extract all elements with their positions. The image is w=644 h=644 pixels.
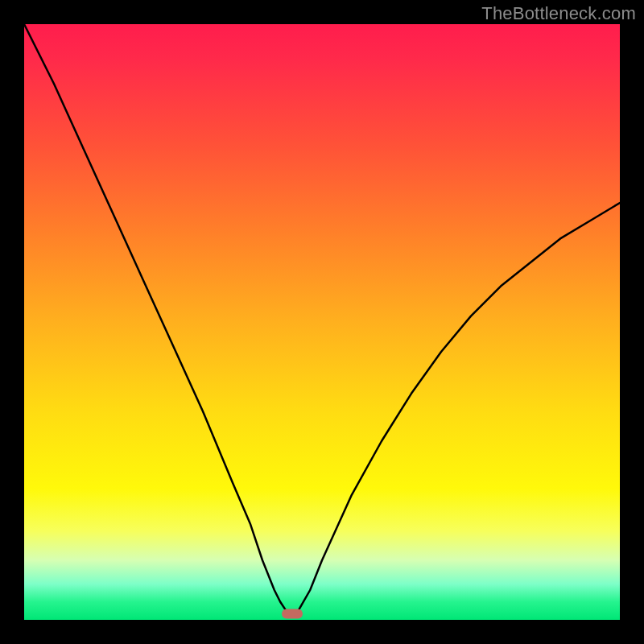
- optimal-marker: [282, 609, 303, 619]
- watermark-text: TheBottleneck.com: [481, 3, 636, 24]
- plot-area: [24, 24, 620, 620]
- chart-frame: TheBottleneck.com: [0, 0, 644, 644]
- bottleneck-curve: [24, 24, 620, 614]
- plot-svg: [24, 24, 620, 620]
